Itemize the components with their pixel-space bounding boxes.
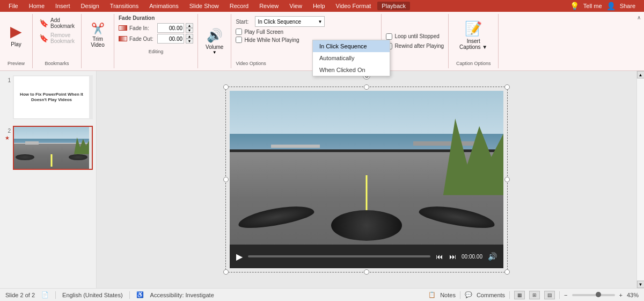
share-icon: 👤 [606,2,616,10]
video-controls-bar: ▶ ⏮ ⏭ 00:00.00 🔊 [230,245,503,268]
preview-group-label: Preview [8,59,25,66]
slide-star-2: ★ [5,135,10,141]
video-forward-button[interactable]: ⏭ [448,253,457,261]
dropdown-item-clicksequence[interactable]: In Click Sequence [313,40,390,52]
fade-in-down[interactable]: ▼ [186,28,193,33]
slide-thumbnail-1[interactable]: How to Fix PowerPoint When It Doesn't Pl… [13,75,93,119]
handle-middle-right[interactable] [504,177,510,182]
progress-bar[interactable] [248,255,430,257]
menu-insert[interactable]: Insert [51,2,75,10]
menu-view[interactable]: View [285,2,306,10]
menu-transitions[interactable]: Transitions [106,2,143,10]
reading-view-button[interactable]: ▤ [544,291,555,299]
handle-top-left[interactable] [223,84,229,90]
status-divider-5 [559,291,560,299]
lightbulb-icon: 💡 [570,2,579,10]
menu-review[interactable]: Review [255,2,283,10]
comments-label[interactable]: Comments [477,292,505,298]
handle-top-middle[interactable] [364,84,369,90]
scroll-down-button[interactable]: ▼ [637,281,645,288]
ribbon-collapse-button[interactable]: ∧ [634,13,643,22]
scroll-track[interactable] [637,78,645,281]
start-dropdown[interactable]: In Click Sequence ▼ [255,16,325,27]
fade-in-label: Fade In: [129,25,155,31]
fade-out-up[interactable]: ▲ [186,34,193,39]
fade-in-up[interactable]: ▲ [186,23,193,28]
video-rewind-button[interactable]: ⏮ [435,253,444,261]
status-right: 📋 Notes 💬 Comments ▦ ⊞ ▤ − + 43% [428,291,639,299]
add-bookmark-label: Add Bookmark [50,17,75,29]
comments-icon: 💬 [465,291,472,298]
volume-icon: 🔊 [207,28,223,43]
tell-me-label[interactable]: Tell me [583,3,602,9]
menu-design[interactable]: Design [77,2,104,10]
rewind-row: Rewind after Playing [386,43,444,49]
ribbon-group-loop: Loop until Stopped Rewind after Playing [382,14,449,68]
ribbon-group-volume: 🔊 Volume ▼ [198,14,231,68]
fade-in-icon [119,25,127,31]
fade-in-input[interactable]: 00.00 [157,23,184,33]
ribbon-group-bookmarks: 🔖 Add Bookmark 🔖 Remove Bookmark Bookmar… [33,14,82,68]
handlebar-left-main [237,202,316,232]
menu-record[interactable]: Record [225,2,253,10]
zoom-slider[interactable] [572,294,615,296]
fade-in-spinner[interactable]: ▲ ▼ [186,23,193,33]
fade-out-spinner[interactable]: ▲ ▼ [186,34,193,44]
slide-thumbnail-2[interactable] [13,126,93,170]
fade-out-down[interactable]: ▼ [186,39,193,44]
zoom-level[interactable]: 43% [627,292,639,298]
volume-control-button[interactable]: 🔊 [487,252,498,261]
loop-checkbox[interactable] [386,33,392,40]
normal-view-button[interactable]: ▦ [514,291,525,299]
scroll-up-button[interactable]: ▲ [637,71,645,78]
menu-animations[interactable]: Animations [145,2,182,10]
status-divider-2 [129,291,130,299]
play-button[interactable]: ▶ Play [4,16,28,54]
dropdown-item-automatically[interactable]: Automatically [313,52,390,64]
dropdown-item-whenclicked[interactable]: When Clicked On [313,64,390,76]
notes-label[interactable]: Notes [440,292,456,298]
menu-videoformat[interactable]: Video Format [332,2,376,10]
bookmarks-buttons: 🔖 Add Bookmark 🔖 Remove Bookmark [37,16,77,45]
handle-top-right[interactable] [504,84,510,90]
zoom-plus-button[interactable]: + [619,292,623,298]
insert-captions-button[interactable]: 📝 InsertCaptions ▼ [455,16,492,54]
play-icon: ▶ [10,23,22,40]
handle-middle-left[interactable] [223,177,229,182]
slide-sorter-button[interactable]: ⊞ [529,291,540,299]
fade-out-row: Fade Out: 00.00 ▲ ▼ [119,34,193,44]
status-divider-3 [460,291,460,299]
menu-slideshow[interactable]: Slide Show [185,2,223,10]
handle-bottom-right[interactable] [504,269,510,275]
menu-playback[interactable]: Playback [377,2,410,10]
handle-bottom-left[interactable] [223,269,229,275]
trim-video-button[interactable]: ✂️ TrimVideo [86,16,109,54]
slide-num-2: 2 [3,128,11,134]
video-container[interactable]: ↻ [230,91,503,268]
status-bar: Slide 2 of 2 📄 English (United States) ♿… [0,288,644,301]
trim-icon: ✂️ [91,22,105,35]
remove-bookmark-button[interactable]: 🔖 Remove Bookmark [37,31,77,45]
zoom-minus-button[interactable]: − [564,292,567,298]
play-fullscreen-checkbox[interactable] [236,28,242,35]
zoom-handle [596,292,601,297]
slide-inner-2 [14,127,89,169]
menu-file[interactable]: File [4,2,23,10]
video-guardrail-right [413,141,482,146]
help-icons-area: 💡 Tell me 👤 Share [570,2,640,10]
handle-bottom-middle[interactable] [364,269,369,275]
start-label: Start: [236,19,253,25]
hide-while-not-checkbox[interactable] [236,37,242,43]
video-play-button[interactable]: ▶ [235,252,244,262]
menu-help[interactable]: Help [309,2,330,10]
volume-button[interactable]: 🔊 Volume ▼ [201,25,228,58]
status-divider-1 [55,291,56,299]
ribbon-group-captions: 📝 InsertCaptions ▼ Caption Options [449,14,499,68]
share-label[interactable]: Share [620,3,635,9]
fade-out-input[interactable]: 00.00 [157,34,184,44]
add-bookmark-button[interactable]: 🔖 Add Bookmark [37,16,77,30]
menu-home[interactable]: Home [25,2,49,10]
hide-while-not-label: Hide While Not Playing [244,37,299,43]
volume-dropdown-arrow: ▼ [213,50,217,55]
accessibility-label[interactable]: Accessibility: Investigate [150,292,214,298]
